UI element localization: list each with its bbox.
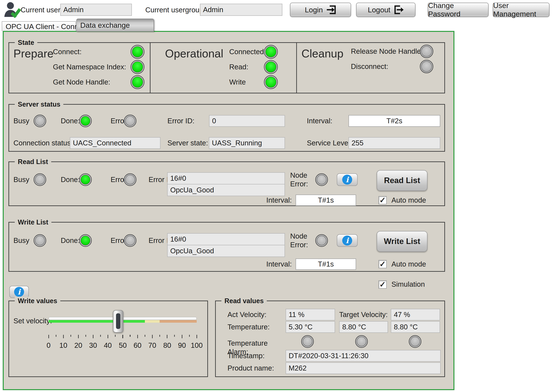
server-interval-value: T#2s	[387, 117, 402, 125]
connection-status-value: UACS_Connected	[73, 139, 131, 147]
prepare-connect-label: Connect:	[53, 48, 82, 56]
set-velocity-label: Set velocity:	[14, 317, 52, 325]
slider-zone-green	[49, 320, 145, 323]
checkmark-icon: ✓	[379, 259, 386, 269]
operational-title: Operational	[165, 48, 223, 60]
service-level-label: Service Level:	[307, 139, 352, 147]
write-busy-led	[34, 234, 46, 247]
product-name-field: M262	[286, 362, 441, 374]
service-level-field: 255	[349, 137, 440, 149]
state-divider-2	[296, 43, 297, 93]
write-interval-value: T#1s	[318, 260, 334, 268]
write-done-label: Done:	[61, 236, 80, 245]
tab-opcua-client-connect-label: OPC UA Client - Connect	[6, 22, 88, 31]
server-interval-label: Interval:	[307, 117, 332, 125]
logout-arrow-icon	[394, 5, 404, 15]
tick-label: 40	[104, 341, 112, 350]
write-auto-mode-checkbox[interactable]: ✓	[378, 260, 387, 268]
info-icon: i	[14, 287, 24, 297]
checkmark-icon: ✓	[379, 280, 386, 289]
read-error-id-hex-value: 16#0	[170, 174, 186, 182]
login-button[interactable]: Login	[290, 3, 351, 17]
slider-handle[interactable]	[113, 310, 123, 333]
write-error-id-hex-field: 16#0	[167, 233, 285, 245]
info-icon: i	[342, 236, 352, 245]
current-usergroup-label: Current usergroup:	[145, 6, 205, 14]
server-status-group: Server status Busy Done: Error: Error ID…	[8, 104, 445, 152]
product-name-label: Product name:	[228, 364, 274, 372]
slider-zone-orange	[160, 320, 197, 323]
server-state-label: Server state:	[167, 139, 208, 147]
write-node-error-label: Node Error:	[290, 232, 308, 249]
write-node-error-led	[315, 234, 328, 247]
tab-data-exchange-label: Data exchange	[80, 21, 130, 29]
read-error-id-text-field: OpcUa_Good	[167, 184, 285, 196]
cleanup-release-led	[420, 45, 433, 58]
server-state-field: UASS_Running	[209, 137, 285, 149]
act-velocity-field: 11 %	[286, 309, 335, 321]
target-velocity-label: Target Velocity:	[339, 310, 388, 319]
prepare-namespace-led	[130, 60, 144, 74]
operational-read-label: Read:	[229, 63, 248, 71]
current-user-field: Admin	[60, 4, 132, 16]
read-auto-mode-checkbox[interactable]: ✓	[378, 196, 387, 204]
server-state-value: UASS_Running	[212, 139, 262, 147]
server-error-id-label: Error ID:	[167, 117, 194, 125]
server-done-led	[79, 115, 92, 127]
temperature-alarm-led-1	[301, 335, 314, 348]
read-node-error-label: Node Error:	[290, 171, 308, 188]
user-management-button[interactable]: User Management	[493, 3, 550, 17]
logout-button[interactable]: Logout	[356, 3, 416, 17]
write-list-button-label: Write List	[384, 237, 420, 246]
prepare-namespace-label: Get Namespace Index:	[53, 63, 126, 71]
change-password-button[interactable]: Change Password	[428, 3, 488, 17]
tab-opcua-client-connect[interactable]: OPC UA Client - Connect	[2, 21, 76, 31]
write-values-group: Write values Set velocity: 0 10 20 30 40…	[8, 301, 208, 377]
temperature-alarm-led-2	[355, 335, 368, 348]
operational-write-label: Write	[229, 78, 246, 86]
server-busy-label: Busy	[14, 117, 29, 125]
server-busy-led	[34, 115, 46, 127]
operational-connected-label: Connected:	[229, 48, 266, 56]
write-error-id-hex-value: 16#0	[170, 235, 186, 243]
read-interval-input[interactable]: T#1s	[295, 195, 356, 206]
state-group-title: State	[15, 38, 37, 47]
user-management-label: User Management	[493, 1, 549, 18]
temperature-field-2: 8.80 °C	[339, 321, 388, 333]
temperature-field-3: 8.80 °C	[391, 321, 440, 333]
simulation-label: Simulation	[391, 280, 425, 289]
timestamp-field: DT#2020-03-31-11:26:30	[286, 350, 441, 362]
write-interval-input[interactable]: T#1s	[295, 259, 356, 270]
tick-label: 30	[89, 341, 97, 350]
read-list-button[interactable]: Read List	[377, 170, 427, 191]
temperature-alarm-led-3	[409, 335, 421, 348]
read-interval-value: T#1s	[318, 196, 334, 204]
write-list-group-title: Write List	[15, 218, 51, 227]
operational-connected-led	[264, 45, 278, 59]
read-values-group: Read values Act Velocity: 11 % Target Ve…	[215, 301, 445, 377]
tab-data-exchange[interactable]: Data exchange	[76, 19, 154, 32]
read-node-error-info-button[interactable]: i	[337, 173, 358, 186]
server-error-id-value: 0	[212, 117, 216, 125]
temperature-label: Temperature:	[228, 323, 270, 331]
act-velocity-label: Act Velocity:	[228, 310, 266, 319]
cleanup-title: Cleanup	[302, 48, 344, 60]
server-interval-input[interactable]: T#2s	[349, 115, 440, 127]
write-list-button[interactable]: Write List	[377, 231, 427, 252]
write-node-error-info-button[interactable]: i	[337, 234, 358, 247]
write-interval-label: Interval:	[266, 260, 292, 268]
change-password-label: Change Password	[428, 1, 488, 18]
prepare-connect-led	[130, 45, 144, 59]
read-values-group-title: Read values	[221, 297, 267, 305]
write-error-led	[124, 234, 136, 247]
write-list-group: Write List Busy Done: Error: Error ID: 1…	[8, 222, 445, 272]
read-busy-led	[34, 173, 46, 186]
prepare-title: Prepare	[14, 48, 54, 60]
operational-write-led	[264, 75, 278, 89]
temperature-value-3: 8.80 °C	[394, 323, 418, 331]
read-interval-label: Interval:	[266, 196, 292, 204]
current-usergroup-value: Admin	[203, 6, 223, 14]
simulation-checkbox[interactable]: ✓	[378, 280, 387, 289]
tick-label: 0	[47, 341, 50, 350]
simulation-info-button[interactable]: i	[9, 286, 29, 298]
